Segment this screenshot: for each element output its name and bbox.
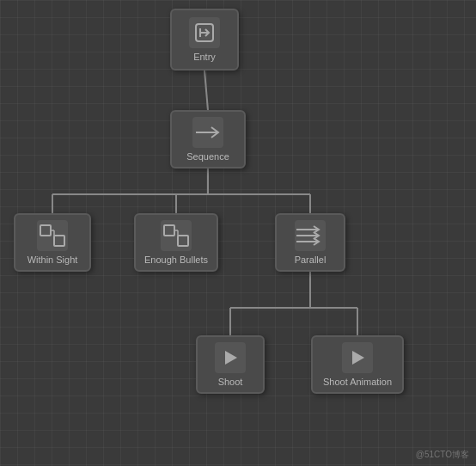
svg-rect-15 [54,236,64,246]
within-sight-node[interactable]: Within Sight [14,213,91,272]
entry-icon [189,17,220,48]
svg-marker-26 [352,351,364,365]
shoot-label: Shoot [218,377,243,387]
shoot-animation-icon [342,342,373,373]
parallel-icon [295,220,326,251]
sequence-label: Sequence [186,151,229,162]
shoot-animation-node[interactable]: Shoot Animation [311,335,404,394]
watermark: @51CTO博客 [416,449,469,461]
entry-label: Entry [193,52,216,62]
enough-bullets-label: Enough Bullets [144,254,208,265]
shoot-icon [215,342,246,373]
shoot-animation-label: Shoot Animation [323,377,392,387]
within-sight-icon [37,220,68,251]
sequence-node[interactable]: Sequence [170,110,246,169]
parallel-node[interactable]: Parallel [275,213,345,272]
within-sight-label: Within Sight [27,254,78,265]
svg-rect-19 [178,236,188,246]
sequence-icon [192,117,223,148]
entry-node[interactable]: Entry [170,9,239,71]
shoot-node[interactable]: Shoot [196,335,265,394]
svg-line-0 [204,71,208,110]
parallel-label: Parallel [295,254,326,265]
enough-bullets-node[interactable]: Enough Bullets [134,213,218,272]
svg-marker-25 [225,351,237,365]
svg-rect-18 [164,225,174,236]
svg-rect-14 [40,225,51,236]
enough-bullets-icon [161,220,192,251]
